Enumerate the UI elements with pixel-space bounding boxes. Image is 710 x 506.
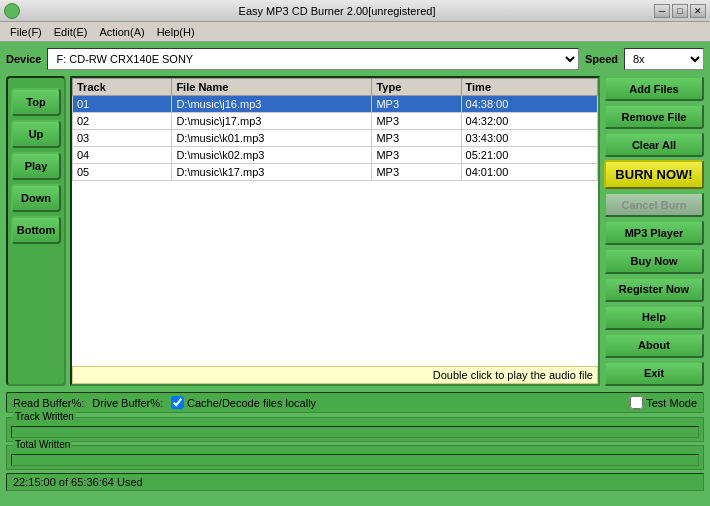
col-time: Time — [461, 79, 597, 96]
table-row[interactable]: 04D:\music\k02.mp3MP305:21:00 — [73, 147, 598, 164]
table-row[interactable]: 05D:\music\k17.mp3MP304:01:00 — [73, 164, 598, 181]
total-written-label: Total Written — [13, 439, 72, 450]
up-button[interactable]: Up — [11, 120, 61, 148]
cell-time: 04:32:00 — [461, 113, 597, 130]
cell-file: D:\music\k01.mp3 — [172, 130, 372, 147]
help-button[interactable]: Help — [604, 305, 704, 330]
cell-file: D:\music\k17.mp3 — [172, 164, 372, 181]
cell-track: 04 — [73, 147, 172, 164]
status-bar: 22:15:00 of 65:36:64 Used — [6, 473, 704, 491]
action-buttons-panel: Add Files Remove File Clear All BURN NOW… — [604, 76, 704, 386]
cell-file: D:\music\k02.mp3 — [172, 147, 372, 164]
cell-track: 01 — [73, 96, 172, 113]
hint-text: Double click to play the audio file — [72, 366, 598, 384]
buy-now-button[interactable]: Buy Now — [604, 248, 704, 273]
about-button[interactable]: About — [604, 333, 704, 358]
track-table: Track File Name Type Time 01D:\music\j16… — [72, 78, 598, 181]
menu-action[interactable]: Action(A) — [93, 24, 150, 40]
cell-time: 05:21:00 — [461, 147, 597, 164]
cell-file: D:\music\j16.mp3 — [172, 96, 372, 113]
track-written-group: Track Written — [6, 417, 704, 442]
top-button[interactable]: Top — [11, 88, 61, 116]
exit-button[interactable]: Exit — [604, 361, 704, 386]
device-label: Device — [6, 53, 41, 65]
cell-time: 04:01:00 — [461, 164, 597, 181]
cell-track: 05 — [73, 164, 172, 181]
drive-buffer-label: Drive Buffer%: — [92, 397, 163, 409]
cell-type: MP3 — [372, 96, 461, 113]
track-area-wrapper: Track File Name Type Time 01D:\music\j16… — [70, 76, 600, 386]
col-track: Track — [73, 79, 172, 96]
body-area: Top Up Play Down Bottom Track File Name … — [6, 76, 704, 386]
total-written-group: Total Written — [6, 445, 704, 470]
table-row[interactable]: 02D:\music\j17.mp3MP304:32:00 — [73, 113, 598, 130]
clear-all-button[interactable]: Clear All — [604, 132, 704, 157]
title-bar: Easy MP3 CD Burner 2.00[unregistered] ─ … — [0, 0, 710, 22]
cell-type: MP3 — [372, 164, 461, 181]
cell-type: MP3 — [372, 130, 461, 147]
cell-file: D:\music\j17.mp3 — [172, 113, 372, 130]
app-icon — [4, 3, 20, 19]
menu-edit[interactable]: Edit(E) — [48, 24, 94, 40]
bottom-controls: Read Buffer%: Drive Buffer%: Cache/Decod… — [6, 392, 704, 491]
buffer-row: Read Buffer%: Drive Buffer%: Cache/Decod… — [6, 392, 704, 413]
window-title: Easy MP3 CD Burner 2.00[unregistered] — [20, 5, 654, 17]
cache-checkbox-group[interactable]: Cache/Decode files locally — [171, 396, 316, 409]
bottom-button[interactable]: Bottom — [11, 216, 61, 244]
mp3-player-button[interactable]: MP3 Player — [604, 220, 704, 245]
total-written-progress — [11, 454, 699, 466]
track-area: Track File Name Type Time 01D:\music\j16… — [70, 76, 600, 386]
cell-time: 03:43:00 — [461, 130, 597, 147]
cache-label: Cache/Decode files locally — [187, 397, 316, 409]
cache-checkbox[interactable] — [171, 396, 184, 409]
menu-file[interactable]: File(F) — [4, 24, 48, 40]
speed-label: Speed — [585, 53, 618, 65]
track-written-progress — [11, 426, 699, 438]
minimize-button[interactable]: ─ — [654, 4, 670, 18]
down-button[interactable]: Down — [11, 184, 61, 212]
add-files-button[interactable]: Add Files — [604, 76, 704, 101]
menu-bar: File(F) Edit(E) Action(A) Help(H) — [0, 22, 710, 42]
play-button[interactable]: Play — [11, 152, 61, 180]
cell-time: 04:38:00 — [461, 96, 597, 113]
col-filename: File Name — [172, 79, 372, 96]
maximize-button[interactable]: □ — [672, 4, 688, 18]
cell-track: 03 — [73, 130, 172, 147]
cell-track: 02 — [73, 113, 172, 130]
window-controls: ─ □ ✕ — [654, 4, 706, 18]
remove-file-button[interactable]: Remove File — [604, 104, 704, 129]
nav-buttons-panel: Top Up Play Down Bottom — [6, 76, 66, 386]
cancel-burn-button[interactable]: Cancel Burn — [604, 192, 704, 217]
track-written-label: Track Written — [13, 411, 76, 422]
cell-type: MP3 — [372, 147, 461, 164]
test-mode-checkbox[interactable] — [630, 396, 643, 409]
test-mode-group[interactable]: Test Mode — [630, 396, 697, 409]
table-row[interactable]: 03D:\music\k01.mp3MP303:43:00 — [73, 130, 598, 147]
menu-help[interactable]: Help(H) — [151, 24, 201, 40]
register-now-button[interactable]: Register Now — [604, 277, 704, 302]
speed-select[interactable]: 8x — [624, 48, 704, 70]
table-row[interactable]: 01D:\music\j16.mp3MP304:38:00 — [73, 96, 598, 113]
cell-type: MP3 — [372, 113, 461, 130]
test-mode-label: Test Mode — [646, 397, 697, 409]
read-buffer-label: Read Buffer%: — [13, 397, 84, 409]
close-button[interactable]: ✕ — [690, 4, 706, 18]
col-type: Type — [372, 79, 461, 96]
device-select[interactable]: F: CD-RW CRX140E SONY — [47, 48, 579, 70]
track-table-scroll[interactable]: Track File Name Type Time 01D:\music\j16… — [72, 78, 598, 364]
status-text: 22:15:00 of 65:36:64 Used — [13, 476, 143, 488]
main-content: Device F: CD-RW CRX140E SONY Speed 8x To… — [0, 42, 710, 506]
burn-now-button[interactable]: BURN NOW! — [604, 160, 704, 189]
device-row: Device F: CD-RW CRX140E SONY Speed 8x — [6, 48, 704, 70]
